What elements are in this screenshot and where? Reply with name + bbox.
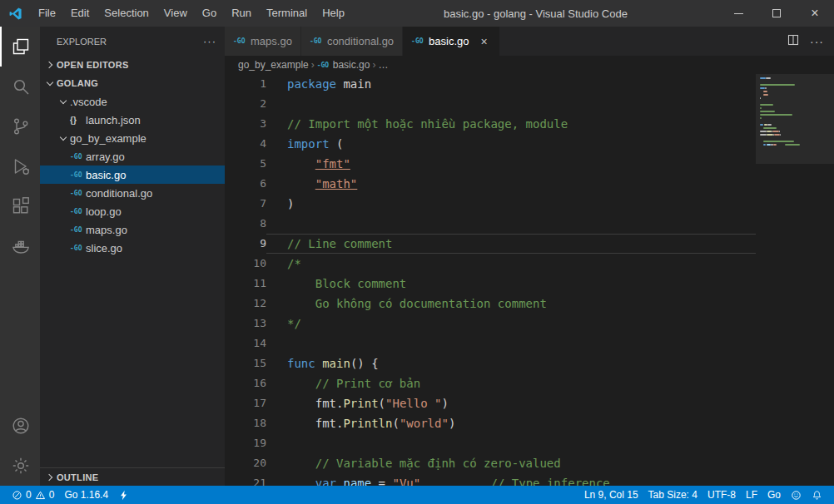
line-number: 18 — [225, 413, 266, 433]
code-text[interactable]: ) — [266, 194, 756, 214]
docker-icon[interactable] — [0, 226, 40, 266]
tree-item-slice.go[interactable]: -GOslice.go — [40, 239, 225, 257]
sidebar-title: EXPLORER — [57, 37, 107, 47]
minimize-button[interactable] — [719, 0, 757, 27]
code-text[interactable]: func main() { — [266, 353, 756, 373]
menu-selection[interactable]: Selection — [97, 0, 156, 27]
tree-item-loop.go[interactable]: -GOloop.go — [40, 202, 225, 220]
more-actions-icon[interactable]: ··· — [203, 35, 216, 47]
menubar: FileEditSelectionViewGoRunTerminalHelp — [31, 0, 352, 27]
code-text[interactable]: // Import một hoặc nhiều package, module — [266, 114, 756, 134]
explorer-icon[interactable] — [0, 27, 40, 67]
file-label: .vscode — [70, 96, 107, 108]
tab-conditional.go[interactable]: -GOconditional.go — [301, 27, 403, 56]
tab-maps.go[interactable]: -GOmaps.go — [225, 27, 301, 56]
language-mode[interactable]: Go — [762, 486, 786, 504]
code-text[interactable]: fmt.Print("Hello ") — [266, 393, 756, 413]
line-number: 5 — [225, 154, 266, 174]
menu-help[interactable]: Help — [315, 0, 352, 27]
split-editor-icon[interactable] — [787, 33, 800, 50]
menu-terminal[interactable]: Terminal — [259, 0, 315, 27]
file-label: maps.go — [86, 224, 127, 236]
code-text[interactable]: "fmt" — [266, 154, 756, 174]
outline-section[interactable]: OUTLINE — [40, 467, 225, 486]
breadcrumb-item[interactable]: … — [378, 59, 388, 71]
file-label: launch.json — [86, 114, 141, 126]
code-line: 15func main() { — [225, 353, 834, 373]
go-file-icon: -GO — [317, 62, 333, 69]
window-title: basic.go - golang - Visual Studio Code — [352, 7, 719, 20]
go-version[interactable]: Go 1.16.4 — [59, 486, 113, 504]
more-actions-icon[interactable]: ··· — [810, 35, 824, 48]
editor-actions: ··· — [787, 27, 834, 56]
cursor-position[interactable]: Ln 9, Col 15 — [579, 486, 643, 504]
account-icon[interactable] — [0, 406, 40, 446]
close-icon[interactable]: × — [478, 35, 491, 48]
code-text[interactable]: // Line comment — [266, 234, 756, 254]
code-line: 1package main — [225, 74, 834, 94]
source-control-icon[interactable] — [0, 106, 40, 146]
minimap[interactable] — [756, 74, 834, 486]
status-bar: 00Go 1.16.4 Ln 9, Col 15Tab Size: 4UTF-8… — [0, 486, 834, 504]
encoding[interactable]: UTF-8 — [702, 486, 741, 504]
go-file-icon: -GO — [310, 37, 325, 45]
code-text[interactable] — [266, 433, 756, 453]
code-line: 10/* — [225, 254, 834, 274]
go-file-icon: -GO — [411, 37, 427, 45]
code-line: 3// Import một hoặc nhiều package, modul… — [225, 114, 834, 134]
tree-item-basic.go[interactable]: -GObasic.go — [40, 166, 225, 184]
lightning-icon[interactable] — [113, 486, 134, 504]
code-text[interactable]: "math" — [266, 174, 756, 194]
code-text[interactable] — [266, 214, 756, 234]
tab-basic.go[interactable]: -GObasic.go× — [403, 27, 499, 56]
line-number: 15 — [225, 353, 266, 373]
code-text[interactable]: // Variable mặc định có zero-valued — [266, 453, 756, 473]
window-controls: × — [719, 0, 834, 27]
line-number: 10 — [225, 254, 266, 274]
tree-item-go_by_example[interactable]: go_by_example — [40, 129, 225, 147]
line-number: 9 — [225, 234, 266, 254]
minimap-slider[interactable] — [756, 74, 834, 164]
problems-indicator[interactable]: 00 — [7, 486, 59, 504]
menu-go[interactable]: Go — [195, 0, 224, 27]
menu-view[interactable]: View — [156, 0, 195, 27]
tree-item-.vscode[interactable]: .vscode — [40, 92, 225, 111]
tab-bar: -GOmaps.go-GOconditional.go-GObasic.go× … — [225, 27, 834, 56]
breadcrumb-item[interactable]: -GObasic.go — [317, 59, 370, 71]
open-editors-section[interactable]: OPEN EDITORS — [40, 56, 225, 74]
workspace-section[interactable]: GOLANG — [40, 74, 225, 92]
bell-icon[interactable] — [807, 486, 827, 504]
tree-item-maps.go[interactable]: -GOmaps.go — [40, 220, 225, 239]
code-text[interactable]: fmt.Println("world") — [266, 413, 756, 433]
menu-edit[interactable]: Edit — [63, 0, 97, 27]
code-editor[interactable]: 1package main23// Import một hoặc nhiều … — [225, 74, 834, 486]
code-text[interactable]: package main — [266, 74, 756, 94]
code-text[interactable]: Block comment — [266, 274, 756, 294]
code-text[interactable]: /* — [266, 254, 756, 274]
code-text[interactable]: import ( — [266, 134, 756, 154]
breadcrumb-item[interactable]: go_by_example — [238, 59, 309, 71]
code-text[interactable]: Go không có documentation comment — [266, 294, 756, 314]
code-text[interactable]: var name = "Vu" // Type inference — [266, 473, 756, 486]
code-text[interactable]: // Print cơ bản — [266, 373, 756, 393]
activitybar-spacer — [0, 266, 40, 406]
eol[interactable]: LF — [741, 486, 762, 504]
menu-run[interactable]: Run — [224, 0, 259, 27]
menu-file[interactable]: File — [31, 0, 63, 27]
feedback-icon[interactable] — [786, 486, 807, 504]
code-text[interactable] — [266, 334, 756, 353]
tree-item-conditional.go[interactable]: -GOconditional.go — [40, 184, 225, 202]
code-text[interactable] — [266, 94, 756, 114]
code-text[interactable]: */ — [266, 314, 756, 334]
indentation[interactable]: Tab Size: 4 — [643, 486, 702, 504]
search-icon[interactable] — [0, 67, 40, 106]
close-button[interactable]: × — [796, 0, 834, 27]
maximize-button[interactable] — [757, 0, 796, 27]
tree-item-launch.json[interactable]: {}launch.json — [40, 111, 225, 129]
extensions-icon[interactable] — [0, 186, 40, 226]
run-debug-icon[interactable] — [0, 146, 40, 186]
code-line: 11 Block comment — [225, 274, 834, 294]
settings-gear-icon[interactable] — [0, 446, 40, 486]
tree-item-array.go[interactable]: -GOarray.go — [40, 147, 225, 166]
json-file-icon: {} — [70, 116, 86, 125]
